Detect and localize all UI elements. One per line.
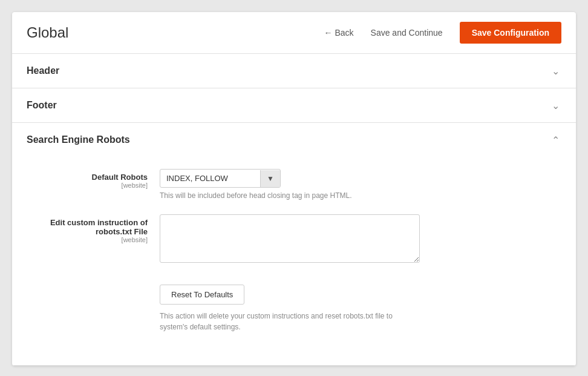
custom-robots-row: Edit custom instruction of robots.txt Fi… <box>27 214 561 265</box>
custom-robots-label-group: Edit custom instruction of robots.txt Fi… <box>27 214 160 243</box>
content-area: Header ⌄ Footer ⌄ Search Engine Robots ⌃… <box>12 54 576 366</box>
save-configuration-button[interactable]: Save Configuration <box>460 22 561 44</box>
robots-accordion-toggle[interactable]: Search Engine Robots ⌃ <box>12 123 576 157</box>
reset-label-spacer <box>27 280 160 283</box>
default-robots-select[interactable]: INDEX, FOLLOW NOINDEX, FOLLOW INDEX, NOF… <box>160 170 260 187</box>
reset-note: This action will delete your custom inst… <box>160 311 414 332</box>
robots-section: Search Engine Robots ⌃ Default Robots [w… <box>12 123 576 366</box>
footer-section-title: Footer <box>27 100 57 111</box>
robots-section-title: Search Engine Robots <box>27 134 130 145</box>
robots-chevron-icon: ⌃ <box>549 134 561 146</box>
top-bar: Global ← Back Save and Continue Save Con… <box>12 12 576 54</box>
page-title: Global <box>27 24 315 41</box>
header-section: Header ⌄ <box>12 54 576 88</box>
header-accordion-toggle[interactable]: Header ⌄ <box>12 54 576 88</box>
header-section-title: Header <box>27 65 59 76</box>
reset-field-group: Reset To Defaults This action will delet… <box>160 280 561 332</box>
footer-section: Footer ⌄ <box>12 88 576 123</box>
default-robots-select-wrapper: INDEX, FOLLOW NOINDEX, FOLLOW INDEX, NOF… <box>160 169 281 188</box>
reset-to-defaults-button[interactable]: Reset To Defaults <box>160 285 244 305</box>
custom-robots-sub-label: [website] <box>27 236 148 243</box>
save-continue-button[interactable]: Save and Continue <box>364 23 450 42</box>
reset-row: Reset To Defaults This action will delet… <box>27 280 561 332</box>
default-robots-label-group: Default Robots [website] <box>27 169 160 189</box>
robots-accordion-content: Default Robots [website] INDEX, FOLLOW N… <box>12 157 576 365</box>
page-container: Global ← Back Save and Continue Save Con… <box>12 12 576 366</box>
custom-robots-label: Edit custom instruction of robots.txt Fi… <box>27 218 148 236</box>
back-button[interactable]: ← Back <box>324 28 354 38</box>
custom-robots-field-group <box>160 214 561 265</box>
footer-chevron-icon: ⌄ <box>549 99 561 111</box>
default-robots-label: Default Robots <box>27 173 148 182</box>
select-arrow-icon: ▼ <box>260 170 280 187</box>
custom-robots-textarea[interactable] <box>160 214 420 263</box>
default-robots-field-group: INDEX, FOLLOW NOINDEX, FOLLOW INDEX, NOF… <box>160 169 561 200</box>
default-robots-row: Default Robots [website] INDEX, FOLLOW N… <box>27 169 561 200</box>
header-chevron-icon: ⌄ <box>549 65 561 77</box>
default-robots-note: This will be included before head closin… <box>160 191 561 200</box>
default-robots-sub-label: [website] <box>27 182 148 189</box>
footer-accordion-toggle[interactable]: Footer ⌄ <box>12 88 576 122</box>
